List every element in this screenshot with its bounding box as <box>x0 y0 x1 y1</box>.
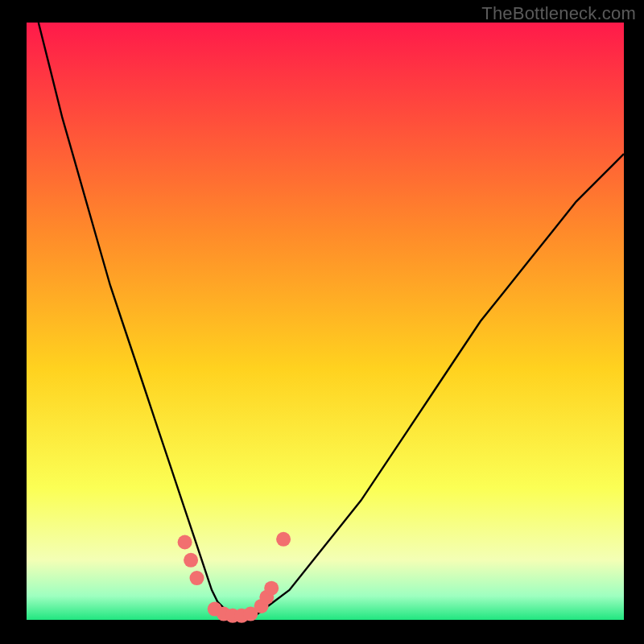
chart-container: TheBottleneck.com <box>0 0 644 644</box>
plot-area <box>27 23 624 620</box>
curve-marker <box>276 532 291 547</box>
curve-marker <box>184 553 198 568</box>
curve-marker <box>190 571 204 585</box>
curve-marker <box>264 581 279 596</box>
bottleneck-chart <box>0 0 644 644</box>
curve-marker <box>178 535 192 550</box>
watermark-text: TheBottleneck.com <box>481 3 636 24</box>
